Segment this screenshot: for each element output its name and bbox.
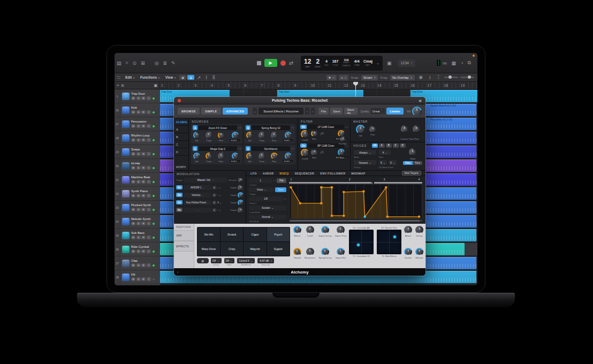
mod-tab-mseq[interactable]: MSEQ: [279, 172, 288, 175]
track-i-button[interactable]: I: [147, 166, 151, 170]
rail-item-d[interactable]: D: [174, 148, 188, 156]
toolbar-icon-library[interactable]: ▤: [117, 60, 121, 66]
track-r-button[interactable]: R: [141, 194, 146, 198]
track-s-button[interactable]: S: [136, 208, 141, 211]
tab-browse[interactable]: BROWSE: [178, 108, 200, 115]
track-i-button[interactable]: I: [147, 236, 151, 239]
mod-tab-env-follower[interactable]: ENV FOLLOWER: [320, 172, 345, 175]
filter1-prev-icon[interactable]: ‹: [345, 126, 346, 128]
rail-item-global[interactable]: GLOBAL: [174, 118, 188, 126]
source-pan-knob[interactable]: [218, 132, 225, 139]
track-s-button[interactable]: S: [136, 110, 141, 114]
cycle-button[interactable]: ⇄: [289, 60, 293, 66]
perform-dropdown-rate[interactable]: Off|⌄: [224, 258, 235, 263]
filter1-on-button[interactable]: On: [300, 125, 307, 129]
source-prev-icon[interactable]: ‹: [291, 147, 292, 150]
fx-effects-knob[interactable]: [293, 226, 301, 234]
fx-reverb-knob[interactable]: [293, 248, 301, 256]
source-prev-icon[interactable]: ‹: [238, 147, 239, 150]
mod-depth-knob[interactable]: [238, 200, 244, 206]
list-editors-icon[interactable]: ≔: [443, 60, 447, 66]
track-r-button[interactable]: R: [141, 166, 146, 170]
mseq-rate-field[interactable]: 1/8: [249, 196, 283, 201]
rail-item-c[interactable]: C: [174, 141, 188, 148]
pointer-tool-dropdown[interactable]: ➤∨: [326, 75, 337, 80]
track-m-button[interactable]: M: [131, 194, 135, 198]
glide-knob[interactable]: [409, 148, 416, 156]
coarse-tune-knob[interactable]: [401, 125, 408, 133]
track-r-button[interactable]: R: [141, 110, 146, 114]
catch-icon[interactable]: ⊼: [212, 75, 216, 80]
lcd-chevron-icon[interactable]: ⌄: [376, 61, 379, 65]
source-vol-knob[interactable]: [246, 132, 253, 139]
xy-pad-2[interactable]: [377, 230, 401, 254]
track-m-button[interactable]: M: [131, 263, 135, 267]
mod-row-on-button[interactable]: On: [176, 185, 183, 189]
track-i-button[interactable]: I: [147, 277, 151, 281]
voices-button-a[interactable]: A: [379, 143, 385, 148]
source-next-icon[interactable]: ›: [293, 126, 294, 129]
duplicate-track-button[interactable]: ⧉: [121, 84, 124, 88]
track-i-button[interactable]: I: [147, 222, 151, 225]
source-next-icon[interactable]: ›: [240, 126, 241, 129]
source-filter-send-knob[interactable]: [232, 132, 239, 139]
filter2-output-dropdown[interactable]: FX Main ⌄: [335, 156, 348, 159]
mod-num-dropdown[interactable]: 3 ⌄: [217, 201, 222, 204]
mod-row-on-button[interactable]: On: [176, 200, 183, 204]
mod-depth-knob[interactable]: [238, 185, 244, 191]
toolbar-icon-info[interactable]: ⊙: [133, 60, 137, 66]
track-m-button[interactable]: M: [131, 222, 135, 225]
par-ser-knob[interactable]: [340, 136, 346, 142]
rail-item-morph[interactable]: MORPH: [174, 164, 188, 170]
track-header-row[interactable]: 34Melodic SynthMSRI: [115, 215, 160, 229]
pad-smack[interactable]: Smack: [221, 228, 243, 241]
track-i-button[interactable]: I: [147, 138, 151, 142]
horizontal-zoom-slider[interactable]: [460, 77, 474, 78]
plugin-title-bar[interactable]: Pulsing Techno Bass: Ricochet ▣: [174, 97, 425, 104]
menu-view[interactable]: View∨: [165, 75, 176, 79]
ruler-bar-number[interactable]: 10: [311, 84, 315, 87]
mseq-envelope-svg[interactable]: [290, 185, 422, 218]
toolbar-icon-add[interactable]: ⊞: [141, 60, 145, 66]
fine-tune-knob[interactable]: [413, 125, 420, 133]
track-s-button[interactable]: S: [136, 166, 141, 170]
notes-icon[interactable]: ▦: [452, 60, 457, 66]
track-r-button[interactable]: R: [141, 124, 146, 128]
track-r-button[interactable]: R: [141, 138, 146, 142]
source-name[interactable]: Mega Clap 2: [199, 146, 237, 151]
play-button[interactable]: ▶: [264, 59, 277, 67]
ruler-bar-number[interactable]: 5: [227, 84, 230, 87]
save-button[interactable]: Save: [330, 108, 343, 115]
source-name[interactable]: Zoom FX Down: [199, 125, 237, 130]
mod-e-button[interactable]: E: [212, 193, 216, 197]
track-header-row[interactable]: 35Sub BassMSRI: [115, 229, 160, 242]
track-s-button[interactable]: S: [136, 152, 141, 156]
ruler-bar-number[interactable]: 4: [211, 84, 213, 87]
glide-rate-time-toggle[interactable]: RateTime: [403, 161, 422, 165]
track-r-button[interactable]: R: [141, 277, 146, 281]
track-r-button[interactable]: R: [141, 208, 146, 211]
track-r-button[interactable]: R: [141, 152, 146, 156]
mseq-loop-dropdown[interactable]: Sustain ⌄: [249, 206, 286, 210]
env-decay-knob[interactable]: [415, 226, 423, 234]
mod-source-dropdown[interactable]: ⌄: [184, 208, 211, 213]
mod-source-dropdown[interactable]: Key Follow Fixed⌄: [184, 200, 211, 205]
track-i-button[interactable]: I: [147, 208, 151, 211]
filter2-cutoff-knob[interactable]: [301, 149, 309, 157]
mseq-rate-next-icon[interactable]: ›: [285, 198, 286, 200]
xy-pad-1[interactable]: [349, 230, 374, 254]
source-pan-knob[interactable]: [218, 153, 225, 160]
filter1-res-knob[interactable]: [311, 130, 318, 137]
menu-functions[interactable]: Functions∨: [140, 75, 160, 79]
source-tune-knob[interactable]: [259, 132, 265, 139]
mod-row-on-button[interactable]: On: [176, 208, 183, 212]
track-m-button[interactable]: M: [131, 249, 135, 253]
track-m-button[interactable]: M: [131, 110, 135, 114]
mod-row-on-button[interactable]: On: [176, 193, 183, 197]
track-i-button[interactable]: I: [147, 110, 151, 114]
track-header-row[interactable]: 30Hi-HatMSRI: [115, 159, 160, 173]
voices-priority-dropdown[interactable]: Newest ⌄: [354, 160, 376, 165]
source-pan-knob[interactable]: [271, 153, 278, 160]
mseq-envelope[interactable]: [289, 184, 422, 219]
ruler-bar-number[interactable]: 3: [194, 84, 196, 87]
